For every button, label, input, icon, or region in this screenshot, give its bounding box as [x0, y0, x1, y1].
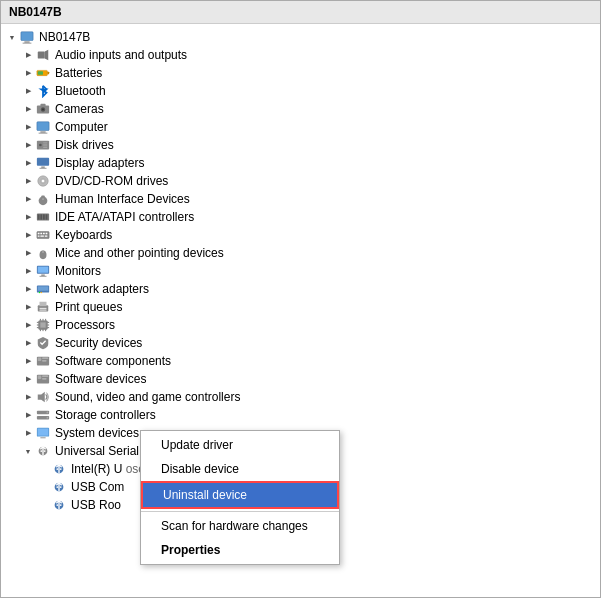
- ctx-item-scan[interactable]: Scan for hardware changes: [141, 514, 339, 538]
- svg-rect-78: [42, 378, 46, 379]
- item-label: IDE ATA/ATAPI controllers: [55, 210, 194, 224]
- svg-point-24: [42, 180, 45, 183]
- svg-point-82: [47, 412, 49, 414]
- item-label: Sound, video and game controllers: [55, 390, 240, 404]
- svg-rect-7: [38, 71, 43, 75]
- svg-rect-33: [46, 214, 48, 219]
- item-chevron: [21, 84, 35, 98]
- ctx-item-disable[interactable]: Disable device: [141, 457, 339, 481]
- svg-rect-37: [43, 233, 45, 234]
- svg-point-10: [42, 109, 44, 111]
- ctx-item-update[interactable]: Update driver: [141, 433, 339, 457]
- tree-item-display[interactable]: Display adapters: [1, 154, 600, 172]
- tree-item-hid[interactable]: Human Interface Devices: [1, 190, 600, 208]
- tree-item-batteries[interactable]: Batteries: [1, 64, 600, 82]
- ctx-separator: [141, 511, 339, 512]
- tree-item-sw-devices[interactable]: Software devices: [1, 370, 600, 388]
- svg-rect-14: [39, 133, 48, 134]
- tree-item-cameras[interactable]: Cameras: [1, 100, 600, 118]
- root-chevron: [5, 30, 19, 44]
- svg-rect-85: [38, 429, 49, 436]
- svg-point-28: [42, 198, 44, 200]
- item-label: Software devices: [55, 372, 146, 386]
- tree-item-mice[interactable]: Mice and other pointing devices: [1, 244, 600, 262]
- ctx-item-properties[interactable]: Properties: [141, 538, 339, 562]
- item-chevron: [21, 138, 35, 152]
- item-label: Display adapters: [55, 156, 144, 170]
- item-chevron: [21, 246, 35, 260]
- ctx-item-uninstall[interactable]: Uninstall device: [141, 481, 339, 509]
- tree-item-audio[interactable]: Audio inputs and outputs: [1, 46, 600, 64]
- tree-item-sound[interactable]: Sound, video and game controllers: [1, 388, 600, 406]
- item-icon-computer: [35, 119, 51, 135]
- svg-point-16: [39, 144, 42, 147]
- item-icon-audio: [35, 47, 51, 63]
- svg-rect-73: [42, 358, 48, 359]
- item-label: Print queues: [55, 300, 122, 314]
- item-icon-print: [35, 299, 51, 315]
- tree-root[interactable]: NB0147B: [1, 28, 600, 46]
- svg-point-95: [60, 486, 62, 488]
- item-icon-monitors: [35, 263, 51, 279]
- item-icon-usb: [35, 443, 51, 459]
- item-label: Cameras: [55, 102, 104, 116]
- item-icon-processors: [35, 317, 51, 333]
- svg-rect-50: [38, 286, 49, 290]
- svg-rect-30: [38, 214, 40, 219]
- item-label: DVD/CD-ROM drives: [55, 174, 168, 188]
- svg-point-89: [44, 450, 46, 452]
- tree-item-ide[interactable]: IDE ATA/ATAPI controllers: [1, 208, 600, 226]
- item-icon-hid: [35, 191, 51, 207]
- svg-rect-18: [43, 145, 47, 146]
- tree-item-network[interactable]: Network adapters: [1, 280, 600, 298]
- item-chevron: [21, 390, 35, 404]
- tree-item-computer[interactable]: Computer: [1, 118, 600, 136]
- tree-item-sw-components[interactable]: Software components: [1, 352, 600, 370]
- svg-rect-1: [24, 41, 29, 42]
- item-chevron: [21, 372, 35, 386]
- tree-item-keyboards[interactable]: Keyboards: [1, 226, 600, 244]
- tree-item-processors[interactable]: Processors: [1, 316, 600, 334]
- item-label: Keyboards: [55, 228, 112, 242]
- svg-rect-0: [21, 32, 33, 41]
- svg-point-92: [60, 468, 62, 470]
- tree-item-storage[interactable]: Storage controllers: [1, 406, 600, 424]
- item-label: Computer: [55, 120, 108, 134]
- item-icon-disk: [35, 137, 51, 153]
- item-label: Audio inputs and outputs: [55, 48, 187, 62]
- item-chevron: [21, 354, 35, 368]
- tree-item-dvd[interactable]: DVD/CD-ROM drives: [1, 172, 600, 190]
- svg-rect-13: [40, 131, 45, 132]
- svg-rect-86: [40, 437, 45, 438]
- svg-point-97: [56, 504, 58, 506]
- tree-item-bluetooth[interactable]: Bluetooth: [1, 82, 600, 100]
- root-icon: [19, 29, 35, 45]
- tree-item-security[interactable]: Security devices: [1, 334, 600, 352]
- item-icon-display: [35, 155, 51, 171]
- svg-rect-31: [40, 214, 42, 219]
- svg-point-88: [40, 450, 42, 452]
- item-icon-sound: [35, 389, 51, 405]
- item-icon-storage: [35, 407, 51, 423]
- svg-rect-54: [40, 302, 47, 306]
- item-icon-cameras: [35, 101, 51, 117]
- svg-rect-22: [40, 168, 47, 169]
- svg-rect-2: [23, 43, 32, 44]
- svg-point-51: [39, 292, 40, 293]
- item-chevron: [21, 174, 35, 188]
- svg-point-83: [47, 417, 49, 419]
- item-icon-keyboards: [35, 227, 51, 243]
- svg-marker-79: [38, 392, 45, 403]
- item-chevron: [21, 444, 35, 458]
- item-chevron: [21, 66, 35, 80]
- item-chevron: [21, 300, 35, 314]
- item-label: Disk drives: [55, 138, 114, 152]
- item-label: Software components: [55, 354, 171, 368]
- tree-item-disk[interactable]: Disk drives: [1, 136, 600, 154]
- tree-item-monitors[interactable]: Monitors: [1, 262, 600, 280]
- item-icon-system: [35, 425, 51, 441]
- svg-rect-3: [38, 52, 45, 59]
- svg-rect-47: [41, 275, 45, 276]
- tree-item-print[interactable]: Print queues: [1, 298, 600, 316]
- svg-rect-32: [43, 214, 45, 219]
